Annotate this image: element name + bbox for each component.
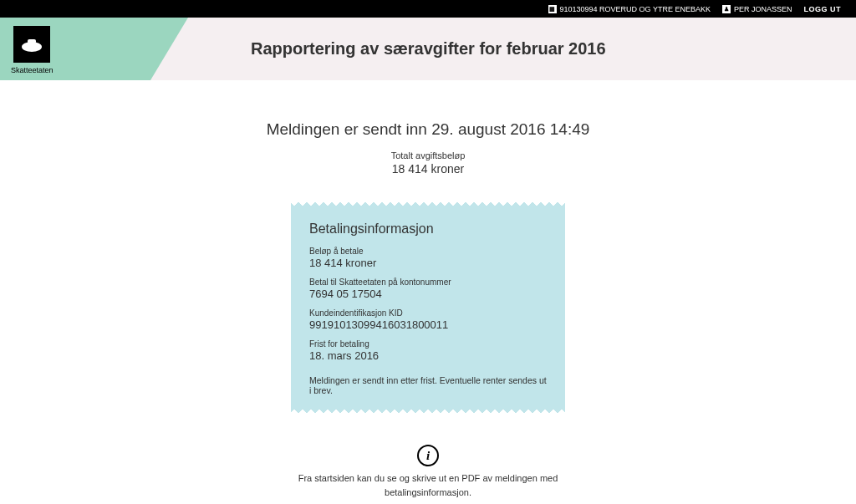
info-text-line2: betalingsinformasjon. (385, 487, 471, 497)
info-text-line1: Fra startsiden kan du se og skrive ut en… (298, 473, 558, 483)
deadline-label: Frist for betaling (309, 339, 547, 349)
amount-label: Beløp å betale (309, 247, 547, 256)
page-title: Rapportering av særavgifter for februar … (251, 39, 606, 59)
main-content: Meldingen er sendt inn 29. august 2016 1… (0, 80, 856, 504)
info-block: i Fra startsiden kan du se og skrive ut … (0, 445, 856, 499)
total-value: 18 414 kroner (0, 162, 856, 176)
user-name: PER JONASSEN (734, 5, 792, 13)
account-value: 7694 05 17504 (309, 288, 547, 300)
header-band: Skatteetaten Rapportering av særavgifter… (0, 18, 856, 80)
receipt-edge-top (291, 201, 565, 206)
top-bar: ▦ 910130994 ROVERUD OG YTRE ENEBAKK ♟ PE… (0, 0, 856, 18)
brand-logo[interactable] (13, 26, 50, 63)
building-icon: ▦ (548, 5, 557, 13)
kid-label: Kundeindentifikasjon KID (309, 308, 547, 318)
amount-value: 18 414 kroner (309, 257, 547, 269)
payment-heading: Betalingsinformasjon (309, 221, 547, 237)
late-note: Meldingen er sendt inn etter frist. Even… (309, 375, 547, 395)
receipt-edge-bottom (291, 409, 565, 415)
org-label: 910130994 ROVERUD OG YTRE ENEBAKK (560, 5, 711, 13)
payment-card: Betalingsinformasjon Beløp å betale 18 4… (291, 201, 565, 415)
curling-stone-icon (19, 30, 44, 59)
logout-link[interactable]: LOGG UT (804, 5, 842, 13)
brand-name: Skatteetaten (11, 66, 54, 74)
org-context[interactable]: ▦ 910130994 ROVERUD OG YTRE ENEBAKK (548, 5, 711, 13)
sent-status: Meldingen er sendt inn 29. august 2016 1… (0, 120, 856, 139)
account-label: Betal til Skatteetaten på kontonummer (309, 277, 547, 287)
deadline-value: 18. mars 2016 (309, 349, 547, 362)
svg-rect-1 (28, 39, 36, 43)
kid-value: 99191013099416031800011 (309, 318, 547, 331)
user-context[interactable]: ♟ PER JONASSEN (722, 5, 792, 13)
total-label: Totalt avgiftsbeløp (0, 150, 856, 160)
info-icon: i (417, 445, 439, 466)
user-icon: ♟ (722, 5, 731, 13)
